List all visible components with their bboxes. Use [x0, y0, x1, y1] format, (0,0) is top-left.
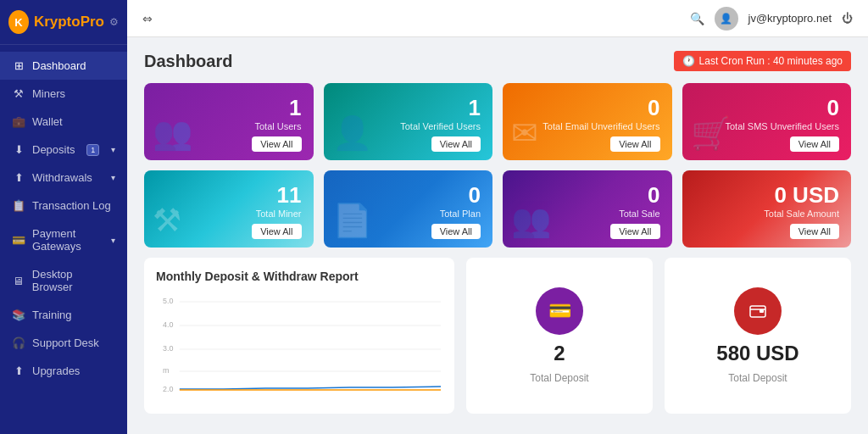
card-label: Total Miner	[156, 209, 302, 219]
logout-icon[interactable]: ⏻	[842, 12, 853, 25]
nav-label-miners: Miners	[32, 87, 65, 100]
page-title: Dashboard	[144, 52, 232, 71]
nav-badge-deposits: 1	[86, 144, 99, 156]
nav-icon-support-desk: 🎧	[12, 337, 25, 349]
nav-label-upgrades: Upgrades	[32, 364, 80, 377]
chevron-icon-withdrawals: ▾	[111, 173, 115, 182]
nav-icon-deposits: ⬇	[12, 143, 25, 156]
total-icon	[734, 287, 782, 335]
nav-label-wallet: Wallet	[32, 115, 63, 128]
chevron-icon-deposits: ▾	[111, 145, 115, 154]
view-all-button[interactable]: View All	[610, 224, 659, 239]
card-label: Total Sale Amount	[694, 209, 840, 219]
stat-card-3: 0 USD Total Sale Amount View All	[682, 170, 852, 248]
nav-label-support-desk: Support Desk	[32, 337, 99, 349]
card-label: Total Users	[156, 121, 302, 131]
deposit-label: Total Deposit	[530, 372, 588, 384]
nav-icon-desktop-browser: 🖥	[12, 275, 25, 287]
stat-card-1: 📄 0 Total Plan View All	[324, 170, 493, 248]
stat-card-0: ⚒ 11 Total Miner View All	[144, 170, 314, 248]
nav-icon-payment-gateways: 💳	[12, 234, 25, 247]
cron-text: Last Cron Run : 40 minutes ago	[699, 55, 843, 67]
nav-icon-transaction-log: 📋	[12, 199, 25, 212]
sidebar-item-upgrades[interactable]: ⬆ Upgrades	[0, 357, 127, 385]
sidebar-item-withdrawals[interactable]: ⬆ Withdrawals ▾	[0, 164, 127, 192]
stats-row-2: ⚒ 11 Total Miner View All 📄 0 Total Plan…	[144, 170, 851, 248]
stat-card-0: 👥 1 Total Users View All	[144, 83, 314, 160]
view-all-button[interactable]: View All	[431, 136, 481, 152]
nav-label-desktop-browser: Desktop Browser	[32, 268, 115, 293]
card-label: Total Verified Users	[336, 121, 481, 131]
sidebar-item-wallet[interactable]: 💼 Wallet	[0, 108, 127, 136]
card-bg-icon: ⚒	[153, 202, 181, 239]
nav-label-deposits: Deposits	[32, 143, 75, 156]
sidebar-item-miners[interactable]: ⚒ Miners	[0, 80, 127, 108]
nav-label-training: Training	[32, 309, 71, 321]
svg-text:5.0: 5.0	[163, 297, 173, 305]
nav-label-withdrawals: Withdrawals	[32, 171, 92, 184]
logo-area: K KryptoPro ⚙	[0, 0, 127, 45]
dashboard-area: Dashboard 🕐 Last Cron Run : 40 minutes a…	[127, 37, 868, 434]
avatar: 👤	[715, 7, 738, 31]
card-bg-icon: 🛒	[691, 114, 731, 152]
card-label: Total Plan	[336, 209, 481, 219]
deposit-number: 2	[554, 342, 565, 365]
chevron-icon-payment-gateways: ▾	[111, 236, 115, 245]
clock-icon: 🕐	[682, 55, 695, 67]
nav-icon-dashboard: ⊞	[12, 59, 25, 72]
sidebar-item-transaction-log[interactable]: 📋 Transaction Log	[0, 192, 127, 220]
card-label: Total SMS Unverified Users	[694, 121, 840, 131]
nav-label-payment-gateways: Payment Gateways	[32, 227, 104, 253]
stats-row-1: 👥 1 Total Users View All 👤 1 Total Verif…	[144, 83, 851, 160]
nav-icon-miners: ⚒	[12, 87, 25, 100]
card-label: Total Sale	[515, 209, 660, 219]
stat-card-2: 👥 0 Total Sale View All	[503, 170, 672, 248]
main-content: ⇔ 🔍 👤 jv@kryptopro.net ⏻ Dashboard 🕐 Las…	[127, 0, 868, 434]
sidebar-item-training[interactable]: 📚 Training	[0, 301, 127, 329]
deposit-icon: 💳	[536, 287, 583, 335]
bottom-section: Monthly Deposit & Withdraw Report 5.0 4.…	[144, 258, 851, 414]
nav-icon-upgrades: ⬆	[12, 364, 25, 377]
svg-text:4.0: 4.0	[163, 320, 173, 329]
chart-card: Monthly Deposit & Withdraw Report 5.0 4.…	[144, 258, 454, 414]
sidebar-item-desktop-browser[interactable]: 🖥 Desktop Browser	[0, 260, 127, 301]
sidebar-item-support-desk[interactable]: 🎧 Support Desk	[0, 329, 127, 357]
expand-icon[interactable]: ⇔	[142, 12, 153, 25]
view-all-button[interactable]: View All	[790, 136, 839, 152]
topbar: ⇔ 🔍 👤 jv@kryptopro.net ⏻	[127, 0, 868, 37]
view-all-button[interactable]: View All	[252, 136, 301, 152]
view-all-button[interactable]: View All	[252, 224, 301, 239]
card-bg-icon: 📄	[332, 202, 372, 239]
nav-icon-training: 📚	[12, 309, 25, 321]
topbar-username: jv@kryptopro.net	[748, 12, 832, 25]
card-number: 0 USD	[694, 182, 840, 209]
deposit-card: 💳 2 Total Deposit	[466, 258, 653, 414]
view-all-button[interactable]: View All	[790, 224, 839, 239]
wallet-icon	[748, 302, 767, 320]
sidebar: K KryptoPro ⚙ ⊞ Dashboard ⚒ Miners 💼 Wal…	[0, 0, 127, 434]
svg-text:2.0: 2.0	[163, 385, 173, 393]
logo-icon: K	[8, 10, 29, 34]
sidebar-item-deposits[interactable]: ⬇ Deposits 1 ▾	[0, 136, 127, 164]
sidebar-nav: ⊞ Dashboard ⚒ Miners 💼 Wallet ⬇ Deposits…	[0, 45, 127, 434]
dashboard-header: Dashboard 🕐 Last Cron Run : 40 minutes a…	[144, 51, 851, 71]
sidebar-item-payment-gateways[interactable]: 💳 Payment Gateways ▾	[0, 220, 127, 260]
total-label: Total Deposit	[728, 372, 787, 384]
card-label: Total Email Unverified Users	[515, 121, 660, 131]
card-bg-icon: 👥	[511, 202, 551, 239]
view-all-button[interactable]: View All	[610, 136, 659, 152]
view-all-button[interactable]: View All	[431, 224, 481, 239]
nav-label-transaction-log: Transaction Log	[32, 199, 111, 212]
nav-icon-wallet: 💼	[12, 115, 25, 128]
logo-text: KryptoPro	[34, 14, 104, 31]
card-bg-icon: ✉	[511, 114, 538, 152]
stat-card-1: 👤 1 Total Verified Users View All	[324, 83, 493, 160]
settings-icon[interactable]: ⚙	[109, 16, 119, 28]
search-icon[interactable]: 🔍	[690, 12, 704, 25]
total-card: 580 USD Total Deposit	[665, 258, 851, 414]
card-bg-icon: 👤	[332, 114, 372, 152]
sidebar-item-dashboard[interactable]: ⊞ Dashboard	[0, 52, 127, 80]
card-bg-icon: 👥	[153, 114, 192, 152]
stat-card-3: 🛒 0 Total SMS Unverified Users View All	[682, 83, 852, 160]
cron-badge: 🕐 Last Cron Run : 40 minutes ago	[674, 51, 851, 71]
